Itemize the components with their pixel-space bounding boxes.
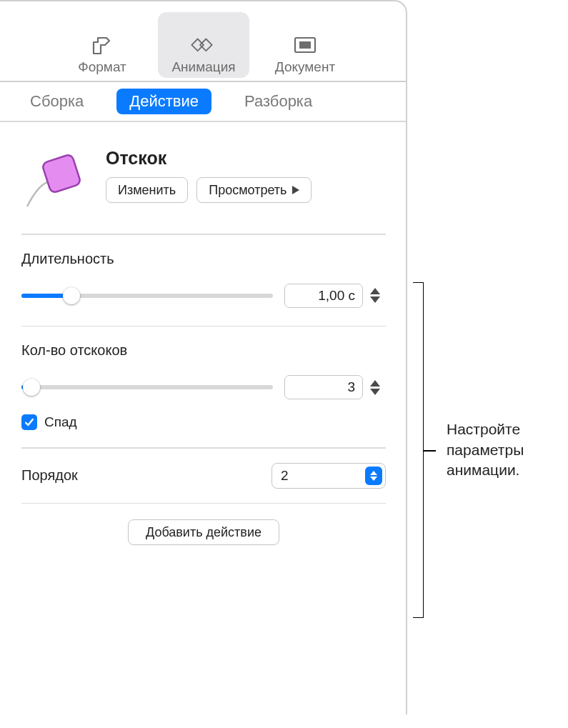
toolbar-animation[interactable]: Анимация xyxy=(158,12,249,78)
tab-build-out[interactable]: Разборка xyxy=(231,89,325,114)
popup-arrows-icon xyxy=(365,467,382,485)
document-icon xyxy=(291,32,319,56)
format-icon xyxy=(88,32,116,56)
decay-checkbox[interactable] xyxy=(21,414,37,430)
chevron-up-icon xyxy=(370,380,380,387)
order-label: Порядок xyxy=(21,467,78,484)
chevron-down-icon xyxy=(370,389,380,395)
toolbar-animation-label: Анимация xyxy=(171,59,235,78)
decay-label: Спад xyxy=(44,414,77,430)
order-section: Порядок 2 xyxy=(21,449,386,503)
bounces-section: Кол-во отскоков 3 Спад xyxy=(21,326,386,447)
toolbar-document-label: Документ xyxy=(275,59,335,78)
effect-title: Отскок xyxy=(106,148,386,169)
callout-text: Настройте параметры анимации. xyxy=(447,419,568,480)
order-value: 2 xyxy=(281,468,289,484)
toolbar-document[interactable]: Документ xyxy=(259,12,351,78)
animation-subtabs: Сборка Действие Разборка xyxy=(0,82,407,122)
bounces-slider[interactable] xyxy=(21,380,273,394)
duration-stepper[interactable] xyxy=(370,283,386,309)
preview-button[interactable]: Просмотреть xyxy=(196,177,312,203)
bounces-stepper[interactable] xyxy=(370,374,386,400)
callout-bracket-icon xyxy=(413,282,424,618)
effect-thumbnail-icon xyxy=(21,148,93,212)
duration-section: Длительность 1,00 с xyxy=(21,235,386,326)
svg-rect-2 xyxy=(41,154,81,193)
duration-slider[interactable] xyxy=(21,289,273,303)
bounces-field[interactable]: 3 xyxy=(284,375,363,399)
tab-action[interactable]: Действие xyxy=(116,89,211,114)
order-popup[interactable]: 2 xyxy=(271,463,386,489)
add-action-button[interactable]: Добавить действие xyxy=(128,519,279,545)
bounces-label: Кол-во отскоков xyxy=(21,342,386,359)
animation-icon xyxy=(189,32,218,56)
duration-label: Длительность xyxy=(21,251,386,267)
chevron-up-icon xyxy=(370,288,380,294)
animation-panel: Отскок Изменить Просмотреть Длительность… xyxy=(0,122,407,561)
change-effect-button[interactable]: Изменить xyxy=(106,177,188,203)
toolbar-format[interactable]: Формат xyxy=(56,12,148,78)
toolbar-format-label: Формат xyxy=(78,59,126,78)
effect-header: Отскок Изменить Просмотреть xyxy=(21,122,386,234)
svg-rect-1 xyxy=(299,41,311,49)
duration-field[interactable]: 1,00 с xyxy=(284,284,363,308)
chevron-down-icon xyxy=(370,296,380,303)
inspector-toolbar: Формат Анимация Документ xyxy=(0,0,407,82)
tab-build-in[interactable]: Сборка xyxy=(17,89,96,114)
callout: Настройте параметры анимации. xyxy=(413,282,568,618)
